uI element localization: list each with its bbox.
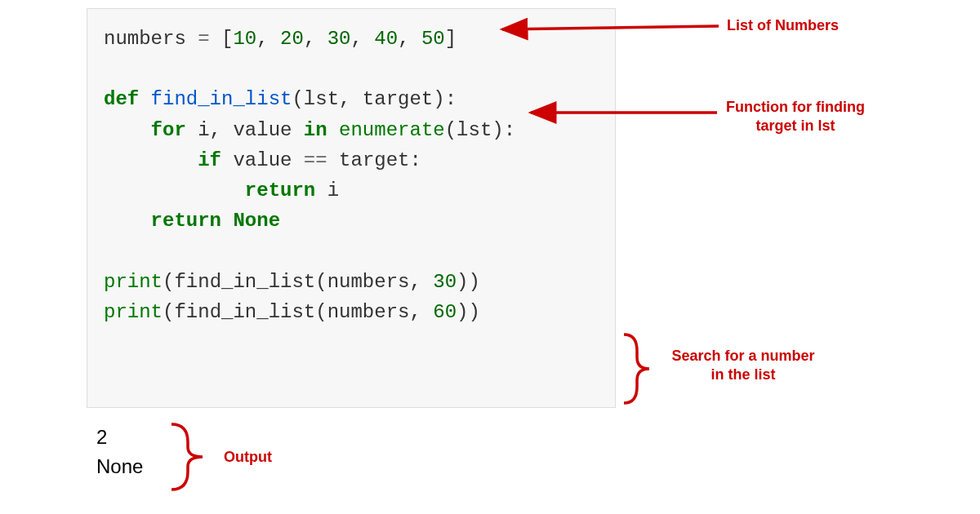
output-line-2: None	[96, 452, 143, 481]
code-line-4: if value == target:	[104, 145, 599, 175]
code-line-3: for i, value in enumerate(lst):	[104, 115, 599, 145]
annotation-output: Output	[224, 448, 272, 467]
output-line-1: 2	[96, 423, 143, 452]
code-line-5: return i	[104, 175, 599, 206]
annotation-list-of-numbers: List of Numbers	[727, 16, 839, 35]
code-line-7: print(find_in_list(numbers, 30))	[104, 267, 599, 297]
brace-icon	[624, 335, 649, 403]
code-line-1: numbers = [10, 20, 30, 40, 50]	[104, 24, 599, 54]
code-line-2: def find_in_list(lst, target):	[104, 84, 599, 114]
brace-icon	[172, 424, 203, 490]
annotation-function-finding: Function for finding target in lst	[722, 98, 869, 136]
annotation-search-number: Search for a number in the list	[670, 347, 817, 385]
code-line-6: return None	[104, 206, 599, 236]
code-line-8: print(find_in_list(numbers, 60))	[104, 297, 599, 327]
code-blank-line	[104, 236, 599, 266]
code-block: numbers = [10, 20, 30, 40, 50] def find_…	[87, 8, 616, 408]
output-block: 2 None	[96, 423, 143, 481]
code-blank-line	[104, 54, 599, 84]
